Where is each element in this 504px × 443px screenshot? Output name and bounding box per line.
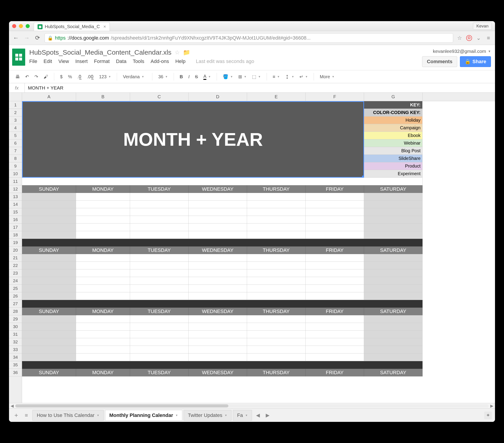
weekday-header-cell[interactable]: FRIDAY [306,308,364,315]
calendar-cell[interactable] [22,346,76,354]
weekday-header-cell[interactable]: SATURDAY [364,369,423,376]
calendar-cell[interactable] [76,269,130,277]
scroll-right-icon[interactable]: ▶ [489,403,495,408]
calendar-cell[interactable] [306,254,364,262]
pocket-extension-icon[interactable]: ⌄ [475,35,482,41]
row-header[interactable]: 7 [9,147,22,155]
print-icon[interactable]: 🖶 [14,73,22,80]
row-header[interactable]: 13 [9,193,22,201]
calendar-cell[interactable] [22,223,76,231]
row-header[interactable]: 12 [9,185,22,193]
weekday-header-cell[interactable]: FRIDAY [306,185,364,193]
forward-button[interactable]: → [23,34,31,42]
row-header[interactable]: 27 [9,300,22,308]
calendar-cell[interactable] [130,315,189,323]
calendar-cell[interactable] [306,269,364,277]
weekday-header-cell[interactable]: TUESDAY [130,308,189,315]
calendar-cell[interactable] [22,277,76,285]
calendar-cell[interactable] [189,277,247,285]
calendar-cell[interactable] [306,208,364,216]
row-header[interactable]: 8 [9,155,22,162]
calendar-cell[interactable] [76,338,130,346]
row-header[interactable]: 31 [9,331,22,338]
calendar-cell[interactable] [130,338,189,346]
font-family-select[interactable]: Verdana▼ [121,73,148,80]
row-header[interactable]: 34 [9,354,22,361]
comments-button[interactable]: Comments [422,56,457,67]
calendar-cell[interactable] [306,231,364,239]
share-button[interactable]: 🔒 Share [460,56,491,67]
calendar-cell[interactable] [130,346,189,354]
weekday-header-cell[interactable]: MONDAY [76,369,130,376]
weekday-header-cell[interactable]: SATURDAY [364,246,423,254]
weekday-header-cell[interactable]: MONDAY [76,308,130,315]
calendar-cell[interactable] [306,201,364,208]
calendar-cell[interactable] [76,277,130,285]
menu-help[interactable]: Help [175,58,185,64]
horizontal-scrollbar[interactable]: ◀ ▶ [9,403,495,408]
calendar-cell[interactable] [189,216,247,223]
text-wrap-icon[interactable]: ↵▼ [298,73,310,80]
strikethrough-icon[interactable]: S [193,73,200,80]
row-header[interactable]: 10 [9,170,22,178]
select-all-cell[interactable] [9,93,22,101]
column-header[interactable]: A [22,93,76,101]
calendar-cell[interactable] [189,231,247,239]
calendar-cell[interactable] [306,285,364,292]
calendar-cell[interactable] [76,262,130,269]
calendar-cell[interactable] [130,262,189,269]
calendar-cell[interactable] [306,292,364,300]
row-header[interactable]: 6 [9,139,22,147]
calendar-cell[interactable] [247,354,306,361]
weekday-header-cell[interactable]: SUNDAY [22,369,76,376]
weekday-header-cell[interactable]: THURSDAY [247,369,306,376]
calendar-cell[interactable] [76,354,130,361]
calendar-cell[interactable] [364,315,423,323]
calendar-cell[interactable] [130,223,189,231]
calendar-cell[interactable] [189,201,247,208]
calendar-cell[interactable] [76,331,130,338]
calendar-cell[interactable] [189,285,247,292]
paint-format-icon[interactable]: 🖌 [42,73,50,80]
weekday-header-cell[interactable]: TUESDAY [130,246,189,254]
italic-icon[interactable]: I [186,73,192,80]
calendar-cell[interactable] [189,262,247,269]
undo-icon[interactable]: ↶ [23,73,31,80]
weekday-header-cell[interactable]: SUNDAY [22,246,76,254]
row-header[interactable]: 36 [9,369,22,376]
menu-file[interactable]: File [29,58,37,64]
calendar-cell[interactable] [22,262,76,269]
calendar-cell[interactable] [247,201,306,208]
calendar-cell[interactable] [364,193,423,201]
column-header[interactable]: F [306,93,364,101]
row-header[interactable]: 5 [9,132,22,139]
font-size-select[interactable]: 36▼ [156,73,169,80]
menu-tools[interactable]: Tools [133,58,144,64]
calendar-cell[interactable] [247,193,306,201]
sheet-tab[interactable]: Monthly Planning Calendar▼ [105,410,182,421]
calendar-cell[interactable] [247,216,306,223]
horizontal-align-icon[interactable]: ≡▼ [271,73,282,80]
calendar-cell[interactable] [22,323,76,331]
calendar-cell[interactable] [247,277,306,285]
row-header[interactable]: 22 [9,262,22,269]
calendar-cell[interactable] [189,269,247,277]
browser-profile-button[interactable]: Kevan [473,22,492,30]
column-header[interactable]: D [189,93,247,101]
weekday-header-cell[interactable]: MONDAY [76,246,130,254]
calendar-cell[interactable] [189,254,247,262]
sheet-tab[interactable]: Twitter Updates▼ [184,410,232,421]
column-header[interactable]: E [247,93,306,101]
row-header[interactable]: 32 [9,338,22,346]
weekday-header-cell[interactable]: SUNDAY [22,308,76,315]
row-header[interactable]: 21 [9,254,22,262]
key-legend-cell[interactable]: SlideShare [364,155,423,162]
calendar-cell[interactable] [130,323,189,331]
calendar-cell[interactable] [76,254,130,262]
tab-scroll-right-icon[interactable]: ▶ [264,412,271,418]
calendar-cell[interactable] [22,201,76,208]
calendar-cell[interactable] [189,193,247,201]
key-legend-cell[interactable]: Holiday [364,117,423,124]
calendar-cell[interactable] [22,254,76,262]
percent-icon[interactable]: % [66,73,74,80]
